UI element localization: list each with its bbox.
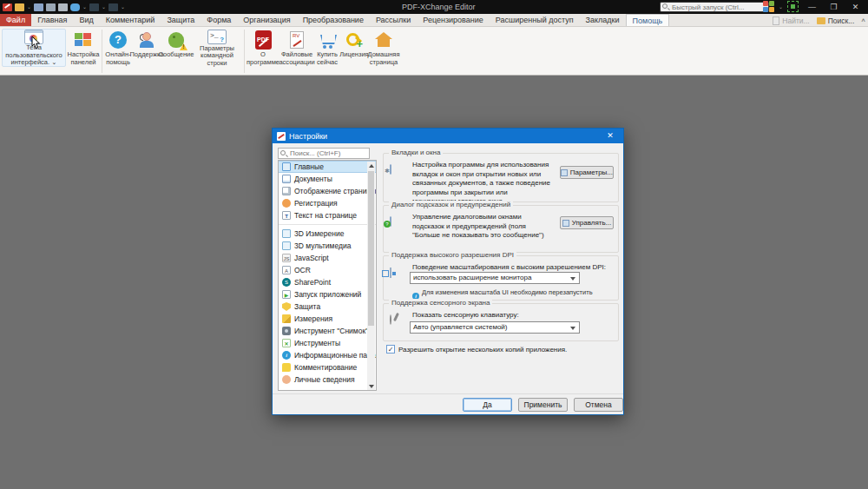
list-item-security[interactable]: Защита [279, 301, 376, 313]
dialog-app-icon [277, 132, 286, 141]
print-icon[interactable] [46, 3, 56, 11]
list-item-javascript[interactable]: JSJavaScript [279, 252, 376, 264]
online-help-button[interactable]: ? Онлайн-помощь [104, 29, 132, 67]
manage-button[interactable]: Управлять... [560, 216, 614, 229]
license-button[interactable]: Лицензия [342, 29, 366, 67]
dpi-behavior-dropdown[interactable]: использовать расширение монитора [410, 272, 580, 284]
window-title: PDF-XChange Editor [402, 0, 476, 14]
parameters-button[interactable]: Параметры... [560, 166, 614, 179]
settings-search-input[interactable] [278, 148, 370, 159]
scrollbar-thumb[interactable] [368, 171, 374, 326]
cloud-icon[interactable] [70, 3, 80, 11]
list-item-info-panels[interactable]: iИнформационные панели , [279, 349, 376, 361]
cloud-dropdown-icon[interactable]: ⌄ [82, 4, 87, 10]
window-titlebar: ⌄ ⌄ ⌄ ⌄ PDF-XChange Editor ⌄ — ❐ ✕ [0, 0, 868, 14]
section-high-dpi: Поддержка высокого разрешения DPI Поведе… [383, 255, 619, 301]
minimize-button[interactable]: — [801, 0, 823, 14]
about-button[interactable]: PDF О программе [247, 29, 279, 67]
tab-organize[interactable]: Организация [237, 14, 296, 26]
section-description: Управление диалоговыми окнами подсказок … [412, 213, 551, 241]
quick-launch-input[interactable] [660, 2, 769, 12]
ok-button[interactable]: Да [463, 398, 512, 412]
undo-dropdown-icon: ⌄ [102, 4, 106, 10]
list-item-snapshot[interactable]: Инструмент "Снимок" [279, 325, 376, 337]
tab-comment[interactable]: Комментарий [100, 14, 161, 26]
buy-now-button[interactable]: Купить сейчас [314, 29, 340, 67]
list-item-page-display[interactable]: Отображение страницы [279, 185, 376, 197]
open-file-icon[interactable] [15, 3, 24, 11]
list-item-3d-multimedia[interactable]: 3D мультимедиа [279, 240, 376, 252]
section-prompts-warnings: Диалог подсказок и предупреждений Управл… [383, 205, 619, 253]
touch-keyboard-dropdown[interactable]: Авто (управляется системой) [410, 321, 580, 334]
play-icon: ▶ [282, 290, 291, 299]
apply-button[interactable]: Применить [518, 398, 568, 412]
section-description: Настройка программы для использования вк… [412, 161, 551, 207]
tab-bookmarks[interactable]: Закладки [580, 14, 626, 26]
find-button: Найти... [773, 17, 809, 25]
page-display-icon [282, 187, 291, 195]
save-icon[interactable] [34, 3, 43, 11]
tab-accessibility[interactable]: Расширенный доступ [490, 14, 580, 26]
theme-dropdown-icon[interactable]: ⌄ [779, 4, 783, 10]
redo-icon [108, 3, 118, 11]
javascript-icon: JS [282, 254, 291, 262]
button-icon [561, 169, 568, 176]
tab-mailings[interactable]: Рассылки [370, 14, 417, 26]
customize-panels-button[interactable]: Настройка панелей [68, 29, 99, 67]
list-item-launch-apps[interactable]: ▶Запуск приложений [279, 288, 376, 301]
scroll-up-icon[interactable] [369, 164, 374, 168]
checkbox-checked[interactable]: ✓ [386, 345, 395, 354]
home-page-button[interactable]: Домашняя страница [368, 29, 399, 67]
tab-review[interactable]: Рецензирование [417, 14, 490, 26]
dialog-footer: Да Применить Отмена [273, 393, 623, 416]
ui-theme-icon[interactable] [763, 1, 774, 12]
list-item-sharepoint[interactable]: SSharePoint [279, 276, 376, 288]
tab-form[interactable]: Форма [201, 14, 237, 26]
list-item-tools[interactable]: ✕Инструменты [279, 337, 376, 349]
shield-icon [282, 302, 291, 311]
scroll-down-icon[interactable] [369, 385, 374, 388]
list-scrollbar[interactable] [367, 162, 375, 391]
list-item-personal-info[interactable]: Личные сведения [279, 373, 376, 386]
support-button[interactable]: Поддержка [133, 29, 161, 67]
file-associations-button[interactable]: Файловые ассоциации [281, 29, 312, 67]
close-button[interactable]: ✕ [845, 0, 866, 14]
key-icon [345, 31, 363, 49]
section-tabs-windows: Вкладки и окна Настройка программы для и… [383, 153, 619, 202]
tab-protect[interactable]: Защита [161, 14, 201, 26]
list-item-page-text[interactable]: TТекст на странице [279, 209, 376, 221]
chevron-down-icon [570, 277, 575, 281]
multiple-instances-checkbox-row[interactable]: ✓ Разрешить открытие нескольких копий пр… [386, 345, 567, 354]
restore-button[interactable]: ❐ [823, 0, 845, 14]
section-title: Вкладки и окна [389, 149, 443, 156]
fullscreen-icon[interactable] [787, 1, 799, 12]
list-item-general[interactable]: Главные [279, 161, 376, 173]
tab-view[interactable]: Вид [73, 14, 99, 26]
general-icon [282, 162, 291, 171]
list-item-measurement[interactable]: Измерения [279, 313, 376, 325]
quick-access-toolbar: ⌄ ⌄ ⌄ ⌄ [0, 3, 125, 11]
mouse-cursor [31, 36, 41, 50]
camera-icon [282, 327, 291, 335]
list-item-commenting[interactable]: Комментирование [279, 361, 376, 373]
tab-convert[interactable]: Преобразование [297, 14, 370, 26]
search-button[interactable]: Поиск... [817, 17, 855, 25]
sharepoint-icon: S [282, 278, 291, 287]
tab-file[interactable]: Файл [0, 14, 31, 26]
chevron-down-icon [570, 327, 575, 330]
list-item-3d-measure[interactable]: 3D Измерение [279, 228, 376, 240]
collapse-ribbon-icon[interactable]: ˄ [861, 17, 865, 24]
tab-help[interactable]: Помощь [626, 14, 670, 26]
dialog-close-button[interactable]: ✕ [597, 129, 623, 143]
list-item-documents[interactable]: Документы [279, 173, 376, 185]
list-item-registration[interactable]: Регистрация [279, 197, 376, 209]
section-title: Диалог подсказок и предупреждений [389, 201, 513, 208]
cancel-button[interactable]: Отмена [574, 398, 623, 412]
open-dropdown-icon[interactable]: ⌄ [27, 4, 31, 10]
command-line-options-button[interactable]: >_ Параметры командной строки [193, 29, 241, 67]
report-problem-button[interactable]: Сообщение [161, 29, 191, 67]
list-item-ocr[interactable]: AOCR [279, 264, 376, 276]
email-icon[interactable] [58, 3, 68, 11]
ribbon: Тема пользовательского интерфейса. ⌄ Нас… [0, 27, 868, 76]
tab-home[interactable]: Главная [31, 14, 73, 26]
